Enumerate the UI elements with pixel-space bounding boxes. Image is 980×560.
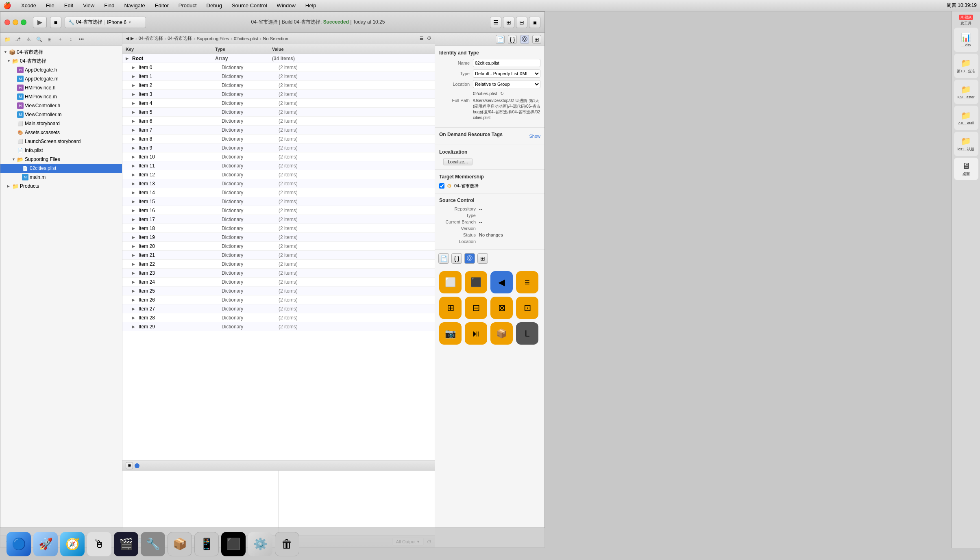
sidebar-item-group[interactable]: 📂 04-省市选择 (0, 56, 122, 65)
plist-row-6[interactable]: Item 6 Dictionary (2 items) (122, 117, 435, 126)
sidebar-item-supporting-files[interactable]: 📂 Supporting Files (0, 155, 122, 164)
inspector-location-select[interactable]: Relative to Group (473, 80, 540, 88)
menu-file[interactable]: File (44, 2, 56, 9)
expand-item-17[interactable] (132, 217, 137, 221)
fr-item-desktop[interactable]: 🖥 桌面 (954, 158, 978, 180)
maximize-button[interactable] (21, 20, 26, 25)
expand-item-10[interactable] (132, 155, 137, 159)
minimize-button[interactable] (13, 20, 18, 25)
plist-row-14[interactable]: Item 14 Dictionary (2 items) (122, 188, 435, 197)
menu-find[interactable]: Find (102, 2, 116, 9)
show-button[interactable]: Show (529, 134, 540, 139)
sidebar-item-viewcontroller-m[interactable]: M ViewController.m (0, 110, 122, 119)
expand-item-13[interactable] (132, 182, 137, 186)
expand-item-19[interactable] (132, 235, 137, 239)
dock-app1[interactable]: 📦 (168, 532, 192, 556)
expand-item-29[interactable] (132, 325, 137, 329)
inspector-tab-build[interactable]: ⊞ (532, 35, 541, 44)
plist-row-13[interactable]: Item 13 Dictionary (2 items) (122, 179, 435, 188)
plist-row-26[interactable]: Item 26 Dictionary (2 items) (122, 295, 435, 304)
breadcrumb-selection[interactable]: No Selection (263, 36, 288, 41)
inspector-toggle-right2[interactable]: ⏱ (427, 36, 431, 41)
sidebar-item-02cities-plist[interactable]: 📄 02cities.plist (0, 164, 122, 173)
inspector-tab-file[interactable]: 📄 (496, 35, 505, 44)
sidebar-item-info-plist[interactable]: 📄 Info.plist (0, 146, 122, 155)
inspector-tab-quick[interactable]: { } (508, 35, 517, 44)
sidebar-item-launchscreen[interactable]: ⬜ LaunchScreen.storyboard (0, 137, 122, 146)
dock-prefpane[interactable]: ⚙️ (248, 532, 272, 556)
sidebar-item-project[interactable]: 📦 04-省市选择 (0, 48, 122, 56)
stop-button[interactable]: ■ (50, 17, 61, 28)
expand-item-27[interactable] (132, 307, 137, 311)
expand-item-12[interactable] (132, 173, 137, 177)
grid-icon-2[interactable]: ⬛ (465, 271, 487, 293)
inspector-name-input[interactable] (473, 59, 540, 67)
menu-editor[interactable]: Editor (153, 2, 170, 9)
expand-item-21[interactable] (132, 253, 137, 257)
fr-item-zjl[interactable]: 📁 ZJL...etail (954, 106, 978, 130)
expand-item-24[interactable] (132, 280, 137, 284)
plist-row-8[interactable]: Item 8 Dictionary (2 items) (122, 135, 435, 143)
dock-tools[interactable]: 🔧 (141, 532, 165, 556)
target-checkbox[interactable] (439, 183, 444, 189)
layout-btn2[interactable]: ⊟ (516, 17, 527, 28)
inspector-refresh-icon[interactable]: ↻ (500, 91, 504, 96)
menu-xcode[interactable]: Xcode (20, 2, 38, 9)
menu-debug[interactable]: Debug (205, 2, 224, 9)
expand-item-3[interactable] (132, 92, 137, 96)
sidebar-btn-folder[interactable]: 📁 (3, 35, 12, 44)
sidebar-item-hmprovince-h[interactable]: H HMProvince.h (0, 83, 122, 92)
expand-item-6[interactable] (132, 119, 137, 123)
sidebar-btn-grid[interactable]: ⊞ (45, 35, 54, 44)
expand-item-11[interactable] (132, 164, 137, 168)
sidebar-item-viewcontroller-h[interactable]: H ViewController.h (0, 101, 122, 110)
plist-row-27[interactable]: Item 27 Dictionary (2 items) (122, 304, 435, 313)
sidebar-btn-expand[interactable]: ↕ (66, 35, 75, 44)
dock-launchpad[interactable]: 🚀 (33, 532, 58, 556)
dock-finder[interactable]: 🔵 (7, 532, 31, 556)
grid-icon-cube[interactable]: 📦 (490, 322, 513, 345)
breadcrumb-group[interactable]: 04-省市选择 (168, 35, 192, 41)
plist-row-7[interactable]: Item 7 Dictionary (2 items) (122, 126, 435, 135)
plist-row-1[interactable]: Item 1 Dictionary (2 items) (122, 72, 435, 81)
sidebar-btn-search[interactable]: 🔍 (35, 35, 44, 44)
insp-btn-quick[interactable]: { } (451, 253, 462, 264)
menu-edit[interactable]: Edit (63, 2, 75, 9)
plist-row-15[interactable]: Item 15 Dictionary (2 items) (122, 197, 435, 206)
menu-help[interactable]: Help (304, 2, 318, 9)
expand-item-2[interactable] (132, 83, 137, 87)
plist-row-19[interactable]: Item 19 Dictionary (2 items) (122, 233, 435, 242)
grid-icon-4[interactable]: ≡ (516, 271, 538, 293)
sidebar-item-hmprovince-m[interactable]: M HMProvince.m (0, 92, 122, 101)
expand-item-5[interactable] (132, 110, 137, 114)
menu-product[interactable]: Product (177, 2, 198, 9)
grid-icon-8[interactable]: ⊡ (516, 297, 538, 319)
sidebar-item-products[interactable]: 📁 Products (0, 182, 122, 191)
inspector-toggle-right1[interactable]: ☰ (420, 36, 424, 41)
plist-row-11[interactable]: Item 11 Dictionary (2 items) (122, 161, 435, 170)
plist-row-5[interactable]: Item 5 Dictionary (2 items) (122, 108, 435, 117)
dock-safari[interactable]: 🧭 (60, 532, 85, 556)
plist-row-9[interactable]: Item 9 Dictionary (2 items) (122, 143, 435, 152)
sidebar-btn-warning[interactable]: ⚠ (24, 35, 33, 44)
expand-item-14[interactable] (132, 191, 137, 195)
plist-row-20[interactable]: Item 20 Dictionary (2 items) (122, 242, 435, 251)
localize-button[interactable]: Localize... (443, 158, 473, 165)
apple-menu[interactable]: 🍎 (3, 2, 11, 9)
plist-add-row-btn[interactable]: ⊞ (126, 462, 133, 469)
close-button[interactable] (4, 20, 10, 25)
expand-item-0[interactable] (132, 65, 137, 69)
expand-item-1[interactable] (132, 74, 137, 78)
expand-item-9[interactable] (132, 146, 137, 150)
sidebar-btn-git[interactable]: ⎇ (13, 35, 22, 44)
plist-row-0[interactable]: Item 0 Dictionary (2 items) (122, 63, 435, 72)
menu-navigate[interactable]: Navigate (122, 2, 146, 9)
inspector-toggle[interactable]: ▣ (529, 17, 540, 28)
plist-row-3[interactable]: Item 3 Dictionary (2 items) (122, 90, 435, 99)
breadcrumb-supporting[interactable]: Supporting Files (197, 36, 229, 41)
grid-icon-l[interactable]: L (516, 322, 538, 345)
grid-icon-5[interactable]: ⊞ (439, 297, 462, 319)
layout-btn1[interactable]: ⊞ (503, 17, 514, 28)
grid-icon-back[interactable]: ◀ (490, 271, 513, 293)
grid-icon-play[interactable]: ⏯ (465, 322, 487, 345)
